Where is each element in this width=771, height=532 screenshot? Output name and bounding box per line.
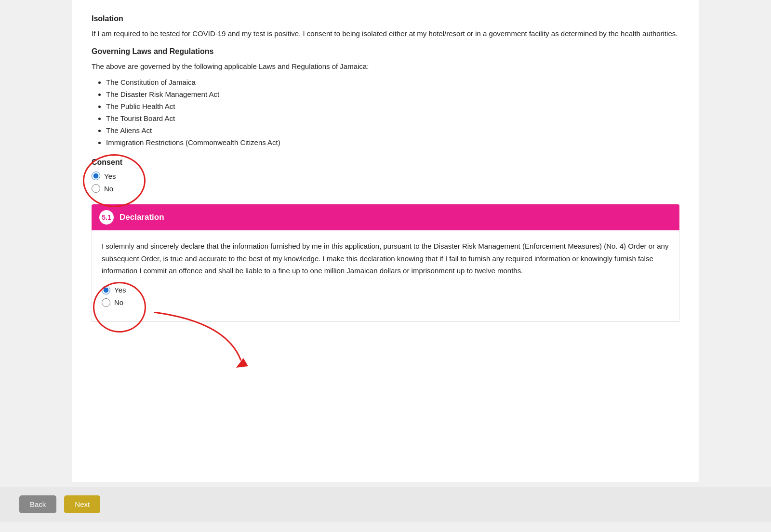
isolation-title: Isolation <box>92 14 679 23</box>
list-item: The Public Health Act <box>106 102 679 110</box>
law-list: The Constitution of Jamaica The Disaster… <box>92 78 679 146</box>
consent-yes-radio[interactable] <box>92 172 100 180</box>
next-button[interactable]: Next <box>64 495 100 513</box>
declaration-header: 5.1 Declaration <box>92 204 679 230</box>
consent-no-label: No <box>104 185 113 193</box>
consent-label: Consent <box>92 158 679 167</box>
governing-title: Governing Laws and Regulations <box>92 47 679 56</box>
list-item: The Aliens Act <box>106 126 679 134</box>
consent-no-radio[interactable] <box>92 184 100 193</box>
declaration-body: I solemnly and sincerely declare that th… <box>92 230 679 322</box>
declaration-badge: 5.1 <box>99 210 114 225</box>
consent-no-option[interactable]: No <box>92 184 679 193</box>
declaration-no-option[interactable]: No <box>102 298 669 307</box>
consent-radio-group: Yes No <box>92 172 679 193</box>
list-item: The Disaster Risk Management Act <box>106 90 679 98</box>
list-item: Immigration Restrictions (Commonwealth C… <box>106 138 679 146</box>
declaration-yes-option[interactable]: Yes <box>102 286 669 294</box>
declaration-no-radio[interactable] <box>102 298 110 307</box>
footer-bar: Back Next <box>0 487 771 522</box>
consent-yes-label: Yes <box>104 172 116 180</box>
declaration-yes-radio[interactable] <box>102 286 110 294</box>
declaration-title: Declaration <box>120 213 164 222</box>
svg-marker-0 <box>236 358 248 368</box>
declaration-no-label: No <box>114 298 123 306</box>
list-item: The Tourist Board Act <box>106 114 679 122</box>
arrow-annotation <box>92 332 679 370</box>
declaration-radio-group: Yes No <box>102 286 669 307</box>
governing-intro: The above are governed by the following … <box>92 61 679 72</box>
back-button[interactable]: Back <box>19 495 56 513</box>
declaration-consent-section: Yes No <box>102 286 669 307</box>
declaration-yes-label: Yes <box>114 286 126 294</box>
list-item: The Constitution of Jamaica <box>106 78 679 86</box>
declaration-text: I solemnly and sincerely declare that th… <box>102 240 669 277</box>
consent-section: Consent Yes No <box>92 158 679 193</box>
consent-yes-option[interactable]: Yes <box>92 172 679 180</box>
isolation-text: If I am required to be tested for COVID-… <box>92 28 679 40</box>
